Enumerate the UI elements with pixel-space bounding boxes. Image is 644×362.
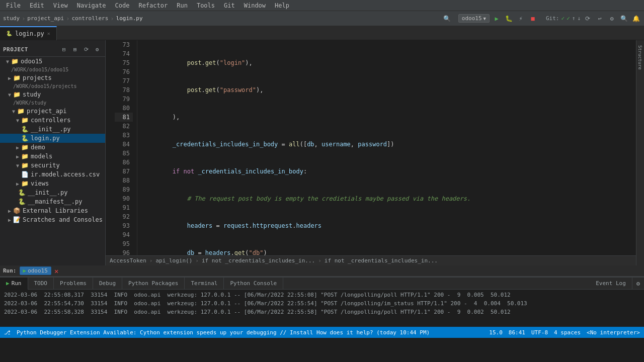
tree-item-study[interactable]: ▼ 📁 study xyxy=(0,90,105,99)
breadcrumb-api-login[interactable]: api_login() xyxy=(155,257,192,264)
ln-75: 75 xyxy=(115,58,133,67)
tab-terminal[interactable]: Terminal xyxy=(185,278,224,290)
breadcrumb-sep1: › xyxy=(149,257,153,264)
breadcrumb-if2[interactable]: if not _credentials_includes_in... xyxy=(325,257,438,264)
coverage-icon[interactable]: ⚡ xyxy=(516,14,526,24)
gutter xyxy=(106,40,115,255)
menu-item-code[interactable]: Code xyxy=(111,1,134,10)
tree-item-security[interactable]: ▼ 📁 security xyxy=(0,161,105,170)
bottom-settings-icon[interactable]: ⚙ xyxy=(632,280,644,287)
breadcrumb-folder[interactable]: controllers xyxy=(71,15,108,22)
tree-arrow-projects: ▶ xyxy=(6,75,13,81)
tab-problems[interactable]: Problems xyxy=(54,278,93,290)
tree-item-init-py2[interactable]: 🐍 __init__.py xyxy=(0,188,105,197)
tree-item-project-api[interactable]: ▼ 📁 project_api xyxy=(0,107,105,116)
tree-item-login-py[interactable]: 🐍 login.py xyxy=(0,134,105,143)
tree-item-manifest-py[interactable]: 🐍 __manifest__.py xyxy=(0,197,105,206)
tab-python-packages[interactable]: Python Packages xyxy=(122,278,185,290)
collapse-all-icon[interactable]: ⊟ xyxy=(59,44,69,54)
run-config-selector[interactable]: odoo15 ▼ xyxy=(458,14,490,23)
git-revert-icon[interactable]: ↩ xyxy=(595,14,605,24)
gear-icon[interactable]: ⚙ xyxy=(92,44,102,54)
git-pull-icon[interactable]: ↓ xyxy=(577,15,581,22)
breadcrumb-if1[interactable]: if not _credentials_includes_in... xyxy=(202,257,315,264)
breadcrumb-accesstoken[interactable]: AccessToken xyxy=(110,257,146,264)
status-interpreter[interactable]: <No interpreter> xyxy=(587,329,640,336)
status-line-col[interactable]: 86:41 xyxy=(509,329,525,336)
menu-item-edit[interactable]: Edit xyxy=(26,1,48,10)
settings-icon[interactable]: ⚙ xyxy=(607,14,617,24)
status-indent[interactable]: 4 spaces xyxy=(554,329,581,336)
menu-item-refactor[interactable]: Refactor xyxy=(134,1,172,10)
ln-79: 79 xyxy=(115,95,133,104)
code-editor[interactable]: 73 74 75 76 77 78 79 80 81 82 83 84 85 8… xyxy=(106,40,636,255)
tree-item-projects[interactable]: ▶ 📁 projects xyxy=(0,73,105,82)
tab-todo[interactable]: TODO xyxy=(28,278,54,290)
run-config-btn[interactable]: ▶ odoo15 xyxy=(20,266,51,275)
git-history-icon[interactable]: ⟳ xyxy=(583,14,593,24)
py-file-icon-manifest: 🐍 xyxy=(18,198,26,205)
tab-event-log[interactable]: Event Log xyxy=(590,278,632,290)
tree-item-controllers[interactable]: ▼ 📁 controllers xyxy=(0,116,105,125)
tree-item-init-py[interactable]: 🐍 __init__.py xyxy=(0,125,105,134)
run-config-name: odoo15 xyxy=(462,15,482,22)
git-push-icon[interactable]: ↑ xyxy=(572,15,576,22)
menu-item-git[interactable]: Git xyxy=(220,1,239,10)
tree-path-odoo15: /WORK/odoo15/odoo15 xyxy=(11,67,68,72)
menu-item-navigate[interactable]: Navigate xyxy=(73,1,110,10)
gutter-91 xyxy=(106,203,115,212)
tree-item-demo[interactable]: ▶ 📁 demo xyxy=(0,143,105,152)
tab-python-console[interactable]: Python Console xyxy=(224,278,283,290)
tree-label-init-py: __init__.py xyxy=(31,126,70,133)
ln-85: 85 xyxy=(115,149,133,158)
terminal-tab-label: Terminal xyxy=(191,280,217,287)
menu-item-run[interactable]: Run xyxy=(173,1,192,10)
tab-label: login.py xyxy=(15,30,44,37)
notifications-icon[interactable]: 🔔 xyxy=(631,14,641,24)
search-everywhere-icon[interactable]: 🔍 xyxy=(442,14,452,24)
tab-debug[interactable]: Debug xyxy=(93,278,122,290)
status-python-ver[interactable]: 15.0 xyxy=(489,329,503,336)
status-git-icon[interactable]: ⎇ xyxy=(4,329,11,336)
tree-arrow-views: ▶ xyxy=(14,181,21,187)
tree-item-ir-model[interactable]: 📄 ir.model.access.csv xyxy=(0,170,105,179)
menu-item-file[interactable]: File xyxy=(2,1,25,10)
tab-login-py[interactable]: 🐍 login.py ✕ xyxy=(0,26,57,40)
sep1: › xyxy=(22,15,25,22)
tab-close-icon[interactable]: ✕ xyxy=(47,31,50,36)
status-notification[interactable]: Python Debugger Extension Available: Cyt… xyxy=(17,329,483,336)
toolbar-actions: 🔍 xyxy=(442,14,452,24)
tree-item-views[interactable]: ▶ 📁 views xyxy=(0,179,105,188)
right-tab-structure[interactable]: Structure xyxy=(637,42,643,72)
search-icon[interactable]: 🔍 xyxy=(619,14,629,24)
menu-item-window[interactable]: Window xyxy=(240,1,270,10)
status-bar-right: 15.0 86:41 UTF-8 4 spaces <No interprete… xyxy=(489,329,640,336)
code-line-76: _credentials_includes_in_body = all([db,… xyxy=(141,140,636,149)
tree-label-ir-model: ir.model.access.csv xyxy=(31,171,100,178)
menu-bar: File Edit View Navigate Code Refactor Ru… xyxy=(0,0,644,11)
status-encoding[interactable]: UTF-8 xyxy=(531,329,548,336)
tab-run[interactable]: ▶ Run xyxy=(0,278,28,290)
run-icon[interactable]: ▶ xyxy=(492,14,502,24)
tree-item-scratches[interactable]: ▶ 📝 Scratches and Consoles xyxy=(0,215,105,224)
menu-item-tools[interactable]: Tools xyxy=(193,1,219,10)
event-log-tab-label: Event Log xyxy=(596,280,626,287)
expand-all-icon[interactable]: ⊞ xyxy=(70,44,80,54)
breadcrumb-module[interactable]: project_api xyxy=(27,15,64,22)
run-x-icon[interactable]: ✕ xyxy=(54,267,58,275)
gutter-75 xyxy=(106,58,115,67)
tree-item-ext-libs[interactable]: ▶ 📦 External Libraries xyxy=(0,206,105,215)
menu-item-help[interactable]: Help xyxy=(271,1,293,10)
gutter-80 xyxy=(106,104,115,113)
stop-icon[interactable]: ■ xyxy=(528,14,538,24)
tree-path-study: /WORK/study xyxy=(13,100,46,106)
sync-icon[interactable]: ⟳ xyxy=(81,44,91,54)
tree-item-models[interactable]: ▶ 📁 models xyxy=(0,152,105,161)
breadcrumb-project[interactable]: study xyxy=(3,15,20,22)
debug-icon[interactable]: 🐛 xyxy=(504,14,514,24)
code-line-80: db = headers.get("db") xyxy=(141,248,636,255)
menu-item-view[interactable]: View xyxy=(49,1,72,10)
code-content[interactable]: post.get("login"), post.get("password"),… xyxy=(137,40,636,255)
breadcrumb-file[interactable]: login.py xyxy=(116,15,143,22)
tree-item-odoo15[interactable]: ▼ 📁 odoo15 xyxy=(0,57,105,66)
